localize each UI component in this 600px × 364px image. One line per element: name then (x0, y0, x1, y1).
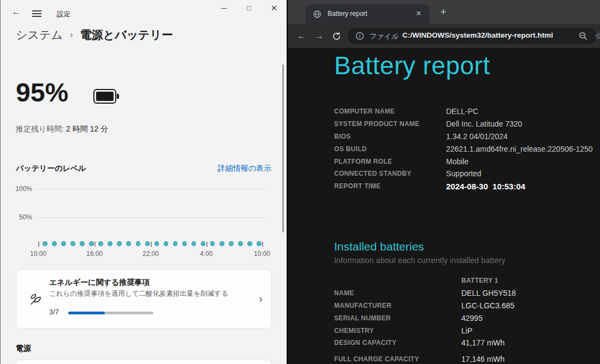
table-row: BIOS 1.34.2 04/01/2024 (334, 130, 593, 143)
hamburger-menu-icon[interactable] (32, 10, 41, 19)
row-label: MANUFACTURER (334, 302, 461, 309)
reload-icon[interactable] (332, 30, 344, 42)
x-axis-tick (151, 242, 152, 247)
table-row: NAME DELL GH5Y518 (334, 287, 516, 300)
eco-leaf-icon (28, 292, 43, 307)
energy-card-description: これらの推奨事項を適用して二酸化炭素排出量を削減する (49, 289, 228, 299)
battery-level-dot (126, 241, 131, 246)
battery-level-dot (173, 241, 178, 246)
breadcrumb-separator-icon: › (70, 29, 73, 40)
url-scheme-label: ファイル (370, 32, 399, 41)
battery-level-dot (257, 241, 262, 246)
browser-forward-icon[interactable]: → (313, 30, 325, 42)
row-label: FULL CHARGE CAPACITY (334, 355, 461, 363)
battery-level-dot (136, 241, 141, 246)
battery-level-dot (52, 241, 57, 246)
power-section-title: 電源 (16, 344, 31, 354)
browser-back-icon[interactable]: ← (295, 30, 307, 42)
battery-level-dot (201, 241, 206, 246)
table-header-row: BATTERY 1 (334, 275, 516, 287)
battery-level-dot (182, 241, 187, 246)
settings-titlebar: ← 設定 □ ✕ (1, 0, 287, 24)
battery-level-dot (98, 241, 103, 246)
table-row: CONNECTED STANDBY Supported (334, 168, 593, 180)
tab-close-icon[interactable]: ✕ (414, 9, 424, 19)
report-title: Battery report (334, 51, 490, 80)
row-value: DELL GH5Y518 (461, 289, 516, 297)
installed-batteries-table: BATTERY 1 NAME DELL GH5Y518 MANUFACTURER… (334, 275, 516, 364)
maximize-button[interactable]: □ (236, 0, 262, 17)
details-link[interactable]: 詳細情報の表示 (218, 164, 271, 174)
new-tab-button[interactable]: + (437, 6, 450, 19)
row-label: SERIAL NUMBER (334, 314, 461, 322)
close-button[interactable]: ✕ (262, 0, 287, 17)
row-value: 41,177 mWh (461, 338, 504, 347)
power-card-partial[interactable] (16, 360, 272, 364)
battery-level-dot (61, 241, 66, 246)
row-label: SYSTEM PRODUCT NAME (334, 120, 446, 128)
battery-percent: 95% (16, 77, 68, 108)
zoom-out-icon[interactable] (578, 31, 588, 41)
settings-app-title: 設定 (57, 10, 70, 19)
energy-progress-count: 3/7 (49, 308, 59, 316)
browser-window: Battery report ✕ + ← → ファイル | C:/WINDOWS… (288, 0, 600, 364)
row-label: CHEMISTRY (334, 327, 461, 335)
energy-recommendations-card[interactable]: エネルギーに関する推奨事項 これらの推奨事項を適用して二酸化炭素排出量を削減する… (16, 269, 272, 329)
breadcrumb: システム › 電源とバッテリー (16, 27, 173, 43)
battery-level-dot (70, 241, 75, 246)
row-value: 17,146 mWh (461, 355, 504, 363)
gridline-100 (35, 189, 266, 189)
x-axis-tick (38, 242, 39, 247)
x-tick-label: 10:00 (249, 250, 275, 258)
browser-toolbar: ← → ファイル | C:/WINDOWS/system32/battery-r… (288, 24, 600, 48)
x-tick-label: 16:00 (81, 250, 108, 258)
battery-level-dot (117, 241, 122, 246)
breadcrumb-system[interactable]: システム (16, 27, 63, 43)
battery-level-dot (89, 241, 94, 246)
settings-scrollbar[interactable] (282, 64, 284, 232)
gridline-50 (35, 217, 266, 218)
chevron-right-icon[interactable]: › (259, 293, 263, 305)
battery-icon (93, 89, 116, 104)
table-row: SYSTEM PRODUCT NAME Dell Inc. Latitude 7… (334, 118, 593, 130)
report-time-value: 2024-08-30 10:53:04 (446, 182, 525, 191)
browser-tab[interactable]: Battery report ✕ (306, 4, 429, 24)
row-label: NAME (334, 289, 461, 297)
y-tick-50: 50% (1, 213, 32, 221)
battery-report-page: Battery report COMPUTER NAME DELL-PC SYS… (288, 48, 600, 364)
back-icon[interactable]: ← (9, 5, 23, 19)
tab-title: Battery report (328, 10, 367, 17)
battery-level-dot (229, 241, 234, 246)
battery-estimate: 推定残り時間: 2 時間 12 分 (16, 124, 108, 134)
row-value: LiP (461, 326, 472, 335)
system-info-table: COMPUTER NAME DELL-PC SYSTEM PRODUCT NAM… (334, 105, 593, 193)
table-row: REPORT TIME 2024-08-30 10:53:04 (334, 180, 593, 193)
row-label: REPORT TIME (334, 182, 446, 190)
battery-level-dot (43, 241, 47, 246)
table-row: COMPUTER NAME DELL-PC (334, 105, 593, 118)
battery-level-dot-row (35, 240, 266, 249)
address-bar[interactable]: ファイル | C:/WINDOWS/system32/battery-repor… (348, 28, 597, 44)
globe-icon (313, 10, 322, 19)
table-row: FULL CHARGE CAPACITY 17,146 mWh (334, 353, 516, 364)
battery-level-dot (164, 241, 169, 246)
page-title: 電源とバッテリー (80, 27, 173, 43)
battery-level-dot (145, 241, 150, 246)
table-row: CHEMISTRY LiP (334, 324, 516, 337)
installed-batteries-title: Installed batteries (334, 240, 424, 253)
table-row: OS BUILD 22621.1.amd64fre.ni_release.220… (334, 142, 593, 155)
settings-window: ← 設定 □ ✕ システム › 電源とバッテリー 95% 推定残り時間: 2 時… (0, 0, 287, 364)
installed-batteries-subtitle: Information about each currently install… (334, 256, 506, 265)
battery-level-dot (247, 241, 252, 246)
info-icon[interactable] (355, 32, 364, 40)
row-value: Supported (446, 169, 482, 178)
row-value: 22621.1.amd64fre.ni_release.220506-1250 (446, 145, 593, 153)
energy-progress-bar (68, 312, 153, 314)
minimize-button[interactable] (211, 0, 236, 17)
row-label: CONNECTED STANDBY (334, 170, 446, 177)
bookmark-star-icon[interactable]: ☆ (595, 31, 600, 41)
y-tick-100: 100% (1, 185, 32, 193)
energy-card-title: エネルギーに関する推奨事項 (49, 278, 150, 288)
battery-level-dot (155, 241, 159, 246)
battery-level-dot (80, 241, 85, 246)
